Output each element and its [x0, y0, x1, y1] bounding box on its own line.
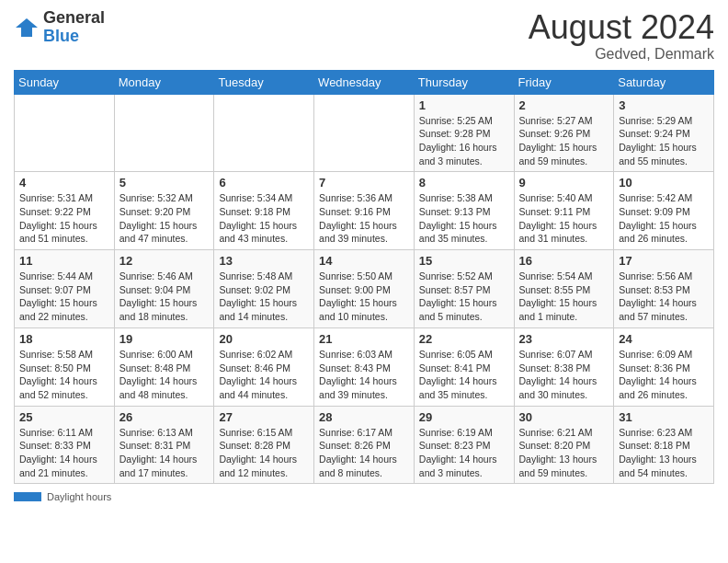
day-number: 7 — [319, 176, 409, 190]
day-info: Sunrise: 5:34 AM Sunset: 9:18 PM Dayligh… — [219, 191, 309, 246]
day-info: Sunrise: 6:15 AM Sunset: 8:28 PM Dayligh… — [219, 426, 309, 480]
day-number: 3 — [619, 98, 709, 112]
day-number: 29 — [419, 410, 509, 424]
logo-blue-text: Blue — [43, 28, 105, 46]
calendar-cell: 12Sunrise: 5:46 AM Sunset: 9:04 PM Dayli… — [114, 250, 214, 328]
day-number: 1 — [419, 98, 509, 112]
day-info: Sunrise: 6:17 AM Sunset: 8:26 PM Dayligh… — [319, 426, 409, 480]
day-info: Sunrise: 6:00 AM Sunset: 8:48 PM Dayligh… — [119, 348, 210, 402]
day-info: Sunrise: 5:32 AM Sunset: 9:20 PM Dayligh… — [119, 191, 210, 246]
calendar-cell: 9Sunrise: 5:40 AM Sunset: 9:11 PM Daylig… — [514, 172, 614, 250]
day-number: 30 — [519, 410, 609, 424]
calendar-cell: 1Sunrise: 5:25 AM Sunset: 9:28 PM Daylig… — [414, 94, 514, 172]
calendar-cell: 6Sunrise: 5:34 AM Sunset: 9:18 PM Daylig… — [214, 172, 314, 250]
day-number: 18 — [19, 332, 109, 346]
day-info: Sunrise: 6:05 AM Sunset: 8:41 PM Dayligh… — [419, 348, 509, 402]
calendar-cell — [114, 94, 214, 172]
day-number: 22 — [419, 332, 509, 346]
calendar-week-row: 4Sunrise: 5:31 AM Sunset: 9:22 PM Daylig… — [15, 172, 714, 250]
day-info: Sunrise: 6:11 AM Sunset: 8:33 PM Dayligh… — [19, 426, 109, 480]
day-number: 28 — [319, 410, 409, 424]
day-number: 16 — [519, 254, 609, 268]
day-number: 12 — [119, 254, 210, 268]
day-info: Sunrise: 5:25 AM Sunset: 9:28 PM Dayligh… — [419, 114, 509, 168]
calendar-cell: 26Sunrise: 6:13 AM Sunset: 8:31 PM Dayli… — [114, 406, 214, 484]
day-number: 15 — [419, 254, 509, 268]
calendar-cell: 23Sunrise: 6:07 AM Sunset: 8:38 PM Dayli… — [514, 327, 614, 406]
logo-icon — [14, 15, 40, 40]
logo-general-text: General — [43, 9, 105, 28]
calendar-cell: 27Sunrise: 6:15 AM Sunset: 8:28 PM Dayli… — [214, 406, 314, 484]
calendar-cell: 21Sunrise: 6:03 AM Sunset: 8:43 PM Dayli… — [314, 327, 415, 406]
calendar-day-header: Friday — [514, 70, 614, 94]
calendar-cell: 31Sunrise: 6:23 AM Sunset: 8:18 PM Dayli… — [614, 406, 714, 484]
day-info: Sunrise: 6:09 AM Sunset: 8:36 PM Dayligh… — [619, 348, 709, 402]
day-number: 23 — [519, 332, 609, 346]
calendar-cell: 14Sunrise: 5:50 AM Sunset: 9:00 PM Dayli… — [314, 250, 415, 328]
day-number: 2 — [519, 98, 609, 112]
day-number: 10 — [619, 176, 709, 190]
calendar-cell: 19Sunrise: 6:00 AM Sunset: 8:48 PM Dayli… — [114, 327, 214, 406]
day-info: Sunrise: 5:52 AM Sunset: 8:57 PM Dayligh… — [419, 270, 509, 324]
day-number: 6 — [219, 176, 309, 190]
daylight-hours-label: Daylight hours — [47, 491, 111, 502]
day-info: Sunrise: 6:07 AM Sunset: 8:38 PM Dayligh… — [519, 348, 609, 402]
day-info: Sunrise: 5:42 AM Sunset: 9:09 PM Dayligh… — [619, 191, 709, 246]
calendar-cell — [214, 94, 314, 172]
day-info: Sunrise: 5:48 AM Sunset: 9:02 PM Dayligh… — [219, 270, 309, 324]
day-number: 20 — [219, 332, 309, 346]
calendar-cell: 7Sunrise: 5:36 AM Sunset: 9:16 PM Daylig… — [314, 172, 415, 250]
month-year-title: August 2024 — [529, 9, 714, 46]
day-info: Sunrise: 6:13 AM Sunset: 8:31 PM Dayligh… — [119, 426, 210, 480]
day-number: 11 — [19, 254, 109, 268]
day-number: 31 — [619, 410, 709, 424]
day-number: 17 — [619, 254, 709, 268]
calendar-cell: 30Sunrise: 6:21 AM Sunset: 8:20 PM Dayli… — [514, 406, 614, 484]
day-info: Sunrise: 5:46 AM Sunset: 9:04 PM Dayligh… — [119, 270, 210, 324]
day-info: Sunrise: 5:40 AM Sunset: 9:11 PM Dayligh… — [519, 191, 609, 246]
day-info: Sunrise: 5:27 AM Sunset: 9:26 PM Dayligh… — [519, 114, 609, 168]
day-number: 14 — [319, 254, 409, 268]
day-info: Sunrise: 5:54 AM Sunset: 8:55 PM Dayligh… — [519, 270, 609, 324]
calendar-cell — [15, 94, 115, 172]
calendar-week-row: 18Sunrise: 5:58 AM Sunset: 8:50 PM Dayli… — [15, 327, 714, 406]
calendar-week-row: 1Sunrise: 5:25 AM Sunset: 9:28 PM Daylig… — [15, 94, 714, 172]
day-info: Sunrise: 5:50 AM Sunset: 9:00 PM Dayligh… — [319, 270, 409, 324]
day-info: Sunrise: 5:36 AM Sunset: 9:16 PM Dayligh… — [319, 191, 409, 246]
calendar-cell: 22Sunrise: 6:05 AM Sunset: 8:41 PM Dayli… — [414, 327, 514, 406]
calendar-day-header: Wednesday — [314, 70, 415, 94]
calendar-cell: 18Sunrise: 5:58 AM Sunset: 8:50 PM Dayli… — [15, 327, 115, 406]
calendar-cell: 17Sunrise: 5:56 AM Sunset: 8:53 PM Dayli… — [614, 250, 714, 328]
calendar-week-row: 25Sunrise: 6:11 AM Sunset: 8:33 PM Dayli… — [15, 406, 714, 484]
day-info: Sunrise: 6:23 AM Sunset: 8:18 PM Dayligh… — [619, 426, 709, 480]
footer: Daylight hours — [14, 491, 714, 502]
day-info: Sunrise: 5:58 AM Sunset: 8:50 PM Dayligh… — [19, 348, 109, 402]
calendar-day-header: Sunday — [15, 70, 115, 94]
day-number: 25 — [19, 410, 109, 424]
day-number: 9 — [519, 176, 609, 190]
day-number: 24 — [619, 332, 709, 346]
calendar-cell: 24Sunrise: 6:09 AM Sunset: 8:36 PM Dayli… — [614, 327, 714, 406]
calendar-cell: 25Sunrise: 6:11 AM Sunset: 8:33 PM Dayli… — [15, 406, 115, 484]
calendar-cell: 28Sunrise: 6:17 AM Sunset: 8:26 PM Dayli… — [314, 406, 415, 484]
calendar-cell: 4Sunrise: 5:31 AM Sunset: 9:22 PM Daylig… — [15, 172, 115, 250]
day-number: 19 — [119, 332, 210, 346]
day-info: Sunrise: 5:38 AM Sunset: 9:13 PM Dayligh… — [419, 191, 509, 246]
svg-marker-0 — [16, 18, 38, 37]
day-info: Sunrise: 6:03 AM Sunset: 8:43 PM Dayligh… — [319, 348, 409, 402]
calendar-table: SundayMondayTuesdayWednesdayThursdayFrid… — [14, 70, 714, 485]
day-info: Sunrise: 5:31 AM Sunset: 9:22 PM Dayligh… — [19, 191, 109, 246]
day-number: 26 — [119, 410, 210, 424]
page-header: General Blue August 2024 Gedved, Denmark — [14, 9, 714, 63]
calendar-cell: 10Sunrise: 5:42 AM Sunset: 9:09 PM Dayli… — [614, 172, 714, 250]
calendar-week-row: 11Sunrise: 5:44 AM Sunset: 9:07 PM Dayli… — [15, 250, 714, 328]
calendar-header-row: SundayMondayTuesdayWednesdayThursdayFrid… — [15, 70, 714, 94]
calendar-cell: 11Sunrise: 5:44 AM Sunset: 9:07 PM Dayli… — [15, 250, 115, 328]
day-info: Sunrise: 5:44 AM Sunset: 9:07 PM Dayligh… — [19, 270, 109, 324]
day-info: Sunrise: 6:21 AM Sunset: 8:20 PM Dayligh… — [519, 426, 609, 480]
calendar-cell: 13Sunrise: 5:48 AM Sunset: 9:02 PM Dayli… — [214, 250, 314, 328]
calendar-day-header: Monday — [114, 70, 214, 94]
day-number: 13 — [219, 254, 309, 268]
day-info: Sunrise: 6:02 AM Sunset: 8:46 PM Dayligh… — [219, 348, 309, 402]
daylight-bar-icon — [14, 492, 41, 501]
